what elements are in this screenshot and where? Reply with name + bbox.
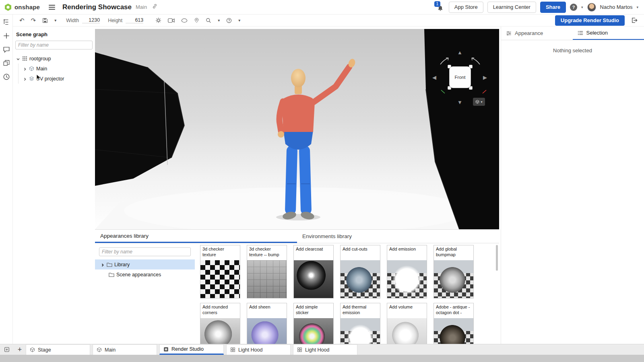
appearance-card[interactable]: Add thermal emission [340, 303, 380, 344]
library-tree-label: Library [114, 262, 130, 267]
render-toolbar: ↶ ↷ ▾ Width Height [13, 14, 644, 27]
user-name[interactable]: Nacho Martos [600, 4, 633, 10]
tab-light-hood-2[interactable]: Light Hood [293, 344, 357, 355]
sign-out-icon[interactable] [631, 17, 638, 23]
feature-tree-icon[interactable] [3, 19, 10, 26]
document-version: Main [136, 4, 147, 10]
insert-icon[interactable] [3, 32, 10, 39]
rotate-down-arrow-icon[interactable]: ▼ [457, 100, 462, 105]
redo-icon[interactable]: ↷ [31, 17, 36, 24]
render-viewport[interactable]: ▲ ▼ ◀ ▶ Front ▾ [95, 29, 499, 229]
appearance-card[interactable]: Adobe - antique - octagon dot - [433, 303, 474, 344]
share-link-icon[interactable] [152, 3, 158, 11]
library-scrollbar[interactable] [496, 245, 498, 271]
add-tab-button[interactable]: + [14, 344, 26, 355]
appearance-card[interactable]: Add global bumpmap [433, 245, 474, 298]
part-cube-icon [29, 66, 34, 71]
learning-center-button[interactable]: Learning Center [487, 2, 536, 13]
bottom-left-tool-icon[interactable] [0, 344, 14, 355]
assembly-icon [230, 347, 235, 352]
tab-render-studio[interactable]: Render Studio [159, 344, 224, 355]
appearance-card-label: Add cut-outs [341, 245, 380, 260]
appearance-card[interactable]: 3d checker texture -- bump [247, 245, 287, 298]
tree-row-uv-projector[interactable]: UV projector [19, 74, 95, 84]
app-store-button[interactable]: App Store [449, 2, 483, 13]
rotate-right-arrow-icon[interactable]: ▶ [483, 75, 487, 80]
chevron-right-icon[interactable] [101, 263, 105, 267]
tab-appearance[interactable]: Appearance [501, 27, 573, 40]
appearance-thumbnail [434, 260, 473, 298]
tab-environments-library[interactable]: Environments library [297, 230, 499, 243]
appearance-thumbnail [247, 318, 287, 344]
width-input[interactable] [82, 17, 100, 23]
tab-label: Stage [38, 347, 51, 353]
scene-graph-tree: rootgroup Main [13, 53, 95, 84]
appearance-thumbnail [294, 318, 333, 344]
notifications-bell-icon[interactable]: 1 [436, 3, 445, 12]
parts-icon[interactable] [3, 60, 10, 67]
render-preview-icon[interactable] [206, 18, 211, 23]
appearance-card[interactable]: Add simple sticker [293, 303, 334, 344]
library-panel: Appearances library Environments library… [95, 229, 499, 344]
roll-arrows-icon[interactable] [438, 55, 482, 66]
appearance-card[interactable]: Add sheen [247, 303, 287, 344]
left-icon-strip [0, 14, 13, 344]
toolbar-help-caret-icon[interactable]: ▾ [238, 18, 240, 23]
inspector-tabs: Appearance Selection [501, 27, 644, 40]
appearance-thumbnail [247, 260, 287, 298]
nothing-selected-message: Nothing selected [501, 47, 644, 53]
tab-light-hood-1[interactable]: Light Hood [226, 344, 291, 355]
tab-stage[interactable]: Stage [26, 344, 90, 355]
user-avatar[interactable] [587, 3, 596, 12]
scene-graph-filter-input[interactable] [15, 41, 93, 49]
view-cube[interactable]: Front [450, 67, 471, 88]
chevron-right-icon[interactable] [23, 67, 27, 71]
save-icon[interactable] [42, 18, 48, 23]
tree-row-rootgroup[interactable]: rootgroup [13, 53, 95, 64]
appearance-card[interactable]: Add volume [387, 303, 427, 344]
rotate-left-arrow-icon[interactable]: ◀ [432, 75, 436, 80]
camera-icon[interactable] [168, 18, 175, 23]
view-navigation-gizmo: ▲ ▼ ◀ ▶ Front ▾ [431, 41, 496, 113]
appearance-card[interactable]: 3d checker texture [200, 245, 240, 298]
share-button[interactable]: Share [540, 2, 566, 13]
appearance-card[interactable]: Add cut-outs [340, 245, 380, 298]
help-icon[interactable]: ? [570, 4, 577, 11]
comment-icon[interactable] [3, 46, 10, 53]
upgrade-render-studio-button[interactable]: Upgrade Render Studio [555, 15, 625, 26]
ellipse-tool-icon[interactable] [181, 18, 188, 23]
height-input[interactable] [126, 17, 143, 23]
user-menu-caret-icon[interactable]: ▾ [636, 5, 638, 9]
cube-icon [475, 100, 479, 104]
tab-selection[interactable]: Selection [573, 27, 644, 40]
location-pin-icon[interactable] [194, 17, 199, 23]
bottom-strip [0, 355, 644, 362]
library-tree-row-scene-appearances[interactable]: Scene appearances [95, 269, 195, 280]
help-caret-icon[interactable]: ▾ [581, 5, 583, 9]
notification-badge: 1 [434, 1, 440, 7]
save-caret-icon[interactable]: ▾ [54, 18, 56, 23]
library-tree-row-library[interactable]: Library [95, 259, 195, 269]
undo-icon[interactable]: ↶ [19, 17, 25, 24]
selection-list-icon [578, 30, 583, 36]
history-icon[interactable] [3, 73, 10, 80]
logo-text: onshape [14, 4, 40, 10]
tree-row-main[interactable]: Main [19, 64, 95, 74]
library-filter-input[interactable] [99, 247, 191, 256]
render-preview-caret-icon[interactable]: ▾ [218, 18, 220, 23]
chevron-right-icon[interactable] [23, 77, 27, 81]
tab-main[interactable]: Main [93, 344, 157, 355]
view-cube-mode-button[interactable]: ▾ [473, 98, 485, 106]
appearance-thumbnail [387, 260, 427, 298]
chevron-down-icon[interactable] [16, 57, 20, 61]
main-menu-icon[interactable] [49, 5, 55, 10]
tab-appearances-library[interactable]: Appearances library [95, 230, 297, 243]
axis-hints-icon [440, 88, 488, 95]
appearance-card[interactable]: Add emission [387, 245, 427, 298]
render-settings-gear-icon[interactable] [155, 17, 161, 23]
app-window: onshape Rendering Showcase Main 1 App St… [0, 0, 644, 362]
toolbar-help-icon[interactable] [226, 18, 232, 23]
appearance-card[interactable]: Add rounded corners [200, 303, 240, 344]
appearance-card[interactable]: Add clearcoat [293, 245, 334, 298]
onshape-logo[interactable]: onshape [4, 3, 40, 11]
